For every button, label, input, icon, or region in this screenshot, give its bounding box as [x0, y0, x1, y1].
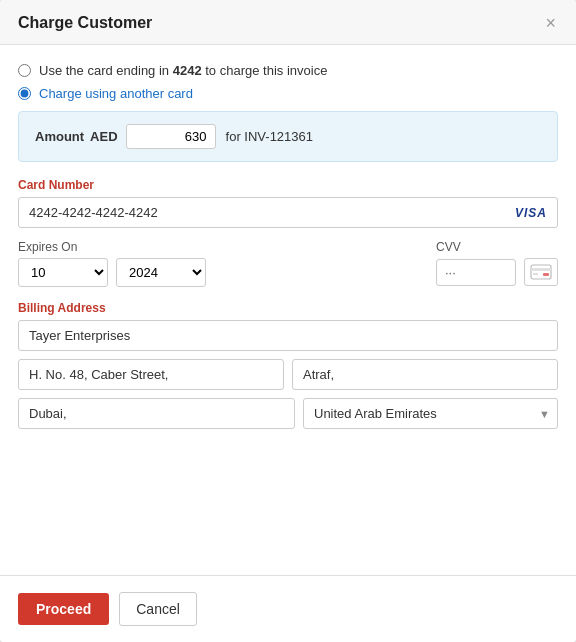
currency-label: AED	[90, 129, 117, 144]
radio-another-card-label: Charge using another card	[39, 86, 193, 101]
svg-rect-1	[531, 268, 551, 271]
card-icon-svg	[530, 264, 552, 280]
expires-year-select[interactable]: 2024 2023 2025 2026 2027 2028	[116, 258, 206, 287]
radio-option-existing-card[interactable]: Use the card ending in 4242 to charge th…	[18, 63, 558, 78]
country-select[interactable]: United Arab Emirates India United States…	[303, 398, 558, 429]
billing-section: Billing Address United Arab Emirates Ind…	[18, 301, 558, 429]
card-number-row: VISA	[18, 197, 558, 228]
address-line2-input[interactable]	[292, 359, 558, 390]
svg-rect-3	[533, 273, 538, 275]
proceed-button[interactable]: Proceed	[18, 593, 109, 625]
radio-existing-card-input[interactable]	[18, 64, 31, 77]
address-line1-input[interactable]	[18, 359, 284, 390]
modal-footer: Proceed Cancel	[0, 575, 576, 642]
cvv-label: CVV	[436, 240, 558, 254]
expires-section: Expires On 10 0102 0304 0506 0708 0911 1…	[18, 240, 416, 287]
cvv-input[interactable]	[436, 259, 516, 286]
amount-input[interactable]	[126, 124, 216, 149]
radio-option-another-card[interactable]: Charge using another card	[18, 86, 558, 101]
country-select-wrapper: United Arab Emirates India United States…	[303, 398, 558, 429]
svg-rect-2	[543, 273, 549, 276]
modal-title: Charge Customer	[18, 14, 152, 32]
invoice-label: for INV-121361	[226, 129, 313, 144]
charge-customer-modal: Charge Customer × Use the card ending in…	[0, 0, 576, 642]
visa-icon: VISA	[515, 206, 547, 220]
cvv-row	[436, 258, 558, 286]
cvv-card-icon	[524, 258, 558, 286]
modal-header: Charge Customer ×	[0, 0, 576, 45]
company-name-input[interactable]	[18, 320, 558, 351]
radio-group: Use the card ending in 4242 to charge th…	[18, 63, 558, 101]
city-country-row: United Arab Emirates India United States…	[18, 398, 558, 429]
modal-body: Use the card ending in 4242 to charge th…	[0, 45, 576, 575]
close-button[interactable]: ×	[543, 14, 558, 32]
amount-row: Amount AED for INV-121361	[18, 111, 558, 162]
expires-cvv-row: Expires On 10 0102 0304 0506 0708 0911 1…	[18, 240, 558, 287]
svg-rect-0	[531, 265, 551, 279]
radio-existing-card-label: Use the card ending in 4242 to charge th…	[39, 63, 327, 78]
cvv-section: CVV	[436, 240, 558, 286]
expires-month-select[interactable]: 10 0102 0304 0506 0708 0911 12	[18, 258, 108, 287]
expires-label: Expires On	[18, 240, 416, 254]
billing-address-label: Billing Address	[18, 301, 558, 315]
cancel-button[interactable]: Cancel	[119, 592, 197, 626]
expires-selects: 10 0102 0304 0506 0708 0911 12 2024 2023…	[18, 258, 416, 287]
card-number-section-label: Card Number	[18, 178, 558, 192]
amount-label: Amount	[35, 129, 84, 144]
city-input[interactable]	[18, 398, 295, 429]
address-line1-row	[18, 359, 558, 390]
radio-another-card-input[interactable]	[18, 87, 31, 100]
card-number-input[interactable]	[29, 205, 515, 220]
